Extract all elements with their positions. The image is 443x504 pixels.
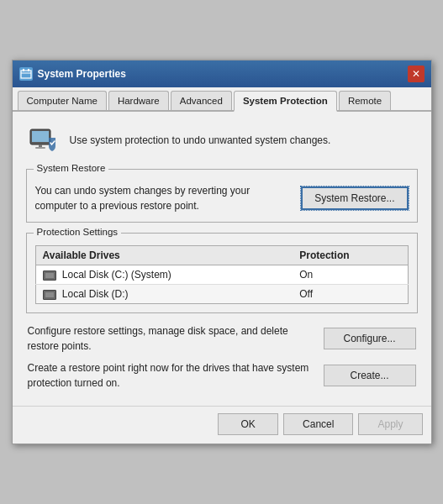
drive-icon-c xyxy=(43,270,56,281)
protection-settings-section: Protection Settings Available Drives Pro… xyxy=(26,233,418,313)
window-icon xyxy=(19,67,33,81)
system-restore-label: System Restore xyxy=(34,163,109,173)
tab-content: Use system protection to undo unwanted s… xyxy=(13,112,431,406)
system-restore-content: You can undo system changes by reverting… xyxy=(35,183,409,213)
system-restore-section: System Restore You can undo system chang… xyxy=(26,169,418,223)
close-button[interactable]: ✕ xyxy=(408,66,425,82)
drives-table: Available Drives Protection Local Disk (… xyxy=(35,245,409,304)
drive-protection-d: Off xyxy=(293,285,408,304)
info-banner-text: Use system protection to undo unwanted s… xyxy=(70,133,331,148)
create-row: Create a restore point right now for the… xyxy=(26,360,418,391)
cancel-button[interactable]: Cancel xyxy=(283,413,353,435)
window-title: System Properties xyxy=(38,68,126,80)
tab-remote[interactable]: Remote xyxy=(339,91,391,110)
table-row[interactable]: Local Disk (C:) (System) On xyxy=(35,265,408,285)
tab-bar: Computer Name Hardware Advanced System P… xyxy=(13,87,431,112)
create-text: Create a restore point right now for the… xyxy=(28,360,315,391)
system-restore-description: You can undo system changes by reverting… xyxy=(35,183,293,213)
drive-name-d: Local Disk (D:) xyxy=(35,285,293,304)
tab-advanced[interactable]: Advanced xyxy=(171,91,232,110)
apply-button[interactable]: Apply xyxy=(358,413,422,435)
drive-icon-d xyxy=(43,290,56,300)
system-restore-button[interactable]: System Restore... xyxy=(301,186,408,210)
ok-button[interactable]: OK xyxy=(218,413,278,435)
svg-rect-0 xyxy=(21,71,31,78)
shield-icon xyxy=(26,123,60,157)
drive-name-c: Local Disk (C:) (System) xyxy=(35,265,293,285)
info-banner: Use system protection to undo unwanted s… xyxy=(26,123,418,157)
drive-protection-c: On xyxy=(293,265,408,285)
table-row[interactable]: Local Disk (D:) Off xyxy=(35,285,408,304)
dialog-buttons: OK Cancel Apply xyxy=(13,406,431,444)
system-properties-window: System Properties ✕ Computer Name Hardwa… xyxy=(12,60,432,444)
configure-row: Configure restore settings, manage disk … xyxy=(26,323,418,354)
configure-button[interactable]: Configure... xyxy=(324,328,416,349)
svg-rect-3 xyxy=(28,69,29,71)
tab-hardware[interactable]: Hardware xyxy=(108,91,169,110)
drives-col-header-2: Protection xyxy=(293,246,408,265)
create-button[interactable]: Create... xyxy=(324,365,416,386)
svg-rect-5 xyxy=(32,131,49,142)
svg-rect-7 xyxy=(35,147,45,149)
configure-text: Configure restore settings, manage disk … xyxy=(28,323,315,354)
svg-rect-2 xyxy=(23,69,24,71)
title-bar-left: System Properties xyxy=(19,67,126,81)
svg-rect-6 xyxy=(39,144,42,147)
tab-system-protection[interactable]: System Protection xyxy=(234,91,337,112)
drives-col-header-1: Available Drives xyxy=(35,246,293,265)
tab-computer-name[interactable]: Computer Name xyxy=(18,91,107,110)
title-bar: System Properties ✕ xyxy=(13,60,431,87)
protection-settings-label: Protection Settings xyxy=(34,227,122,237)
